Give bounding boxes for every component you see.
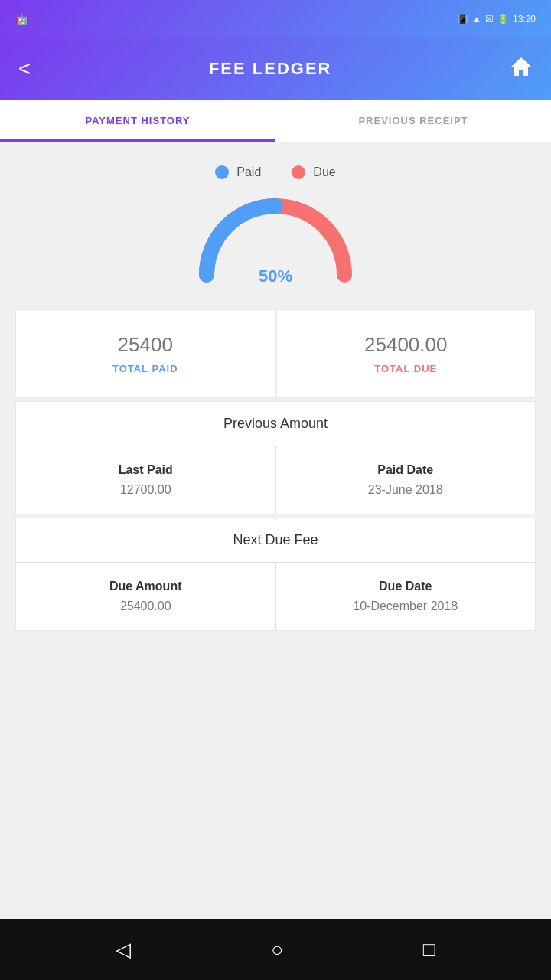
battery-icon: 🔋 — [497, 14, 509, 24]
total-paid-amount: 25400 — [118, 333, 173, 357]
home-nav-icon[interactable]: ○ — [271, 938, 283, 962]
total-due-card: 25400.00 TOTAL DUE — [276, 309, 536, 398]
back-nav-icon[interactable]: ◁ — [116, 938, 131, 962]
legend-due: Due — [292, 165, 335, 179]
due-amount-label: Due Amount — [109, 580, 182, 593]
paid-date-value: 23-June 2018 — [368, 483, 443, 497]
total-due-amount: 25400.00 — [364, 333, 447, 357]
back-button[interactable]: < — [18, 57, 31, 81]
total-due-label: TOTAL DUE — [374, 363, 437, 374]
total-paid-card: 25400 TOTAL PAID — [15, 309, 275, 398]
tab-payment-history[interactable]: PAYMENT HISTORY — [0, 100, 276, 142]
gauge-chart: 50% — [15, 194, 536, 286]
paid-date-cell: Paid Date 23-June 2018 — [276, 446, 536, 514]
app-notification-icon: 🤖 — [15, 13, 28, 25]
last-paid-value: 12700.00 — [120, 483, 171, 497]
signal-icon: ☒ — [485, 14, 494, 24]
content-area: Paid Due 50% 25400 TOTAL PAID 25400.00 T… — [0, 142, 551, 919]
tabs-container: PAYMENT HISTORY PREVIOUS RECEIPT — [0, 100, 551, 142]
previous-amount-section: Previous Amount Last Paid 12700.00 Paid … — [15, 401, 536, 514]
paid-dot — [215, 165, 229, 179]
app-bar: < FEE LEDGER — [0, 38, 551, 100]
due-amount-value: 25400.00 — [120, 599, 171, 613]
due-amount-cell: Due Amount 25400.00 — [16, 563, 276, 630]
summary-row: 25400 TOTAL PAID 25400.00 TOTAL DUE — [15, 309, 536, 398]
bottom-navigation: ◁ ○ □ — [0, 919, 551, 980]
legend-due-label: Due — [313, 165, 335, 179]
gauge-percentage: 50% — [259, 266, 292, 286]
last-paid-label: Last Paid — [119, 463, 173, 477]
due-date-label: Due Date — [379, 580, 432, 593]
recents-nav-icon[interactable]: □ — [423, 938, 435, 962]
wifi-icon: ▲ — [472, 14, 481, 24]
status-bar: 🤖 📳 ▲ ☒ 🔋 13:20 — [0, 0, 551, 38]
status-icons: 📳 ▲ ☒ 🔋 13:20 — [457, 14, 536, 24]
previous-amount-header: Previous Amount — [16, 402, 535, 446]
next-due-header: Next Due Fee — [16, 518, 535, 563]
next-due-section: Next Due Fee Due Amount 25400.00 Due Dat… — [15, 518, 536, 631]
time-display: 13:20 — [513, 14, 536, 24]
page-title: FEE LEDGER — [209, 59, 332, 79]
paid-date-label: Paid Date — [377, 463, 433, 477]
due-date-value: 10-December 2018 — [353, 599, 458, 613]
due-date-cell: Due Date 10-December 2018 — [276, 563, 536, 630]
vibrate-icon: 📳 — [457, 14, 468, 24]
next-due-row: Due Amount 25400.00 Due Date 10-December… — [16, 563, 535, 630]
previous-amount-row: Last Paid 12700.00 Paid Date 23-June 201… — [16, 446, 535, 514]
legend-paid: Paid — [215, 165, 261, 179]
tab-previous-receipt[interactable]: PREVIOUS RECEIPT — [276, 100, 551, 142]
due-dot — [292, 165, 305, 179]
chart-legend: Paid Due — [15, 165, 536, 179]
home-button[interactable] — [510, 56, 533, 83]
legend-paid-label: Paid — [236, 165, 261, 179]
last-paid-cell: Last Paid 12700.00 — [16, 446, 276, 514]
status-left: 🤖 — [15, 13, 28, 25]
total-paid-label: TOTAL PAID — [112, 363, 178, 374]
